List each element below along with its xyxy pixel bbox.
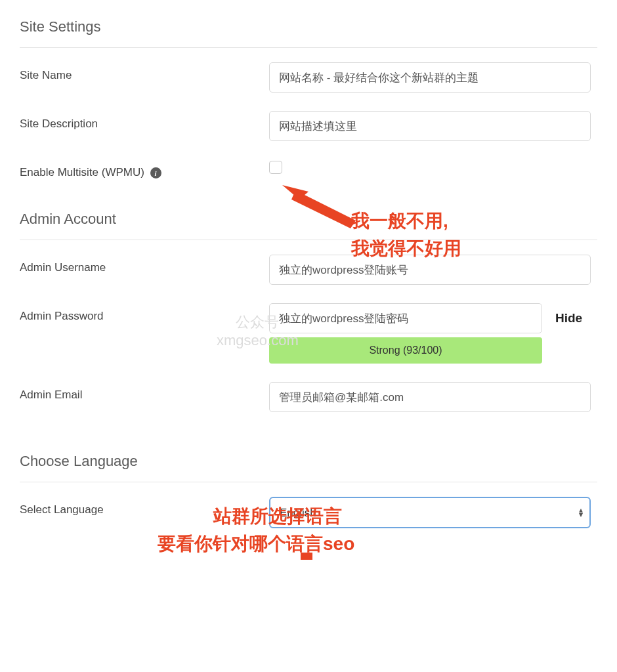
input-admin-username[interactable] — [269, 255, 591, 285]
section-choose-language: Choose Language — [20, 448, 597, 470]
divider — [20, 47, 597, 48]
label-admin-username: Admin Username — [20, 255, 269, 274]
row-select-language: Select Language English ▴▾ — [20, 497, 597, 528]
hide-password-button[interactable]: Hide — [555, 311, 582, 326]
svg-marker-0 — [282, 185, 308, 200]
row-admin-username: Admin Username — [20, 255, 597, 285]
row-site-name: Site Name — [20, 62, 597, 93]
row-site-description: Site Description — [20, 111, 597, 141]
label-site-name: Site Name — [20, 62, 269, 82]
checkbox-enable-multisite[interactable] — [269, 161, 282, 174]
row-admin-email: Admin Email — [20, 382, 597, 412]
info-icon[interactable]: i — [150, 167, 161, 178]
input-site-description[interactable] — [269, 111, 591, 141]
label-admin-password: Admin Password — [20, 303, 269, 323]
section-site-settings: Site Settings — [20, 13, 597, 35]
annotation-arrow-icon — [287, 553, 327, 560]
svg-marker-2 — [291, 553, 322, 560]
label-site-description: Site Description — [20, 111, 269, 131]
select-language[interactable]: English — [269, 497, 591, 528]
row-admin-password: Admin Password Hide Strong (93/100) — [20, 303, 597, 364]
label-admin-email: Admin Email — [20, 382, 269, 402]
label-enable-multisite: Enable Multisite (WPMU) i — [20, 159, 269, 179]
divider — [20, 240, 597, 240]
label-select-language: Select Language — [20, 497, 269, 516]
divider — [20, 482, 597, 482]
input-site-name[interactable] — [269, 62, 591, 93]
enable-multisite-text: Enable Multisite (WPMU) — [20, 166, 144, 178]
password-strength-bar: Strong (93/100) — [269, 337, 542, 364]
input-admin-password[interactable] — [269, 303, 542, 333]
input-admin-email[interactable] — [269, 382, 591, 412]
section-admin-account: Admin Account — [20, 205, 597, 228]
row-enable-multisite: Enable Multisite (WPMU) i — [20, 159, 597, 179]
